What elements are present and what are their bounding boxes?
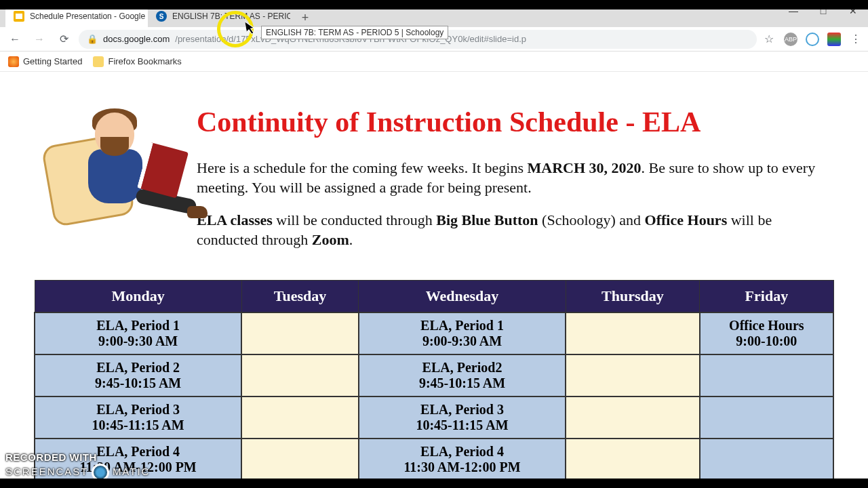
col-mon: Monday <box>35 281 241 313</box>
tab-second-title: ENGLISH 7B: TERM AS - PERIOD <box>172 12 290 21</box>
star-icon[interactable]: ☆ <box>762 33 776 46</box>
ext-icon-3[interactable] <box>827 33 841 46</box>
intro-paragraph-1: Here is a schedule for the coming few we… <box>197 159 834 197</box>
bookmark-firefox-bookmarks[interactable]: Firefox Bookmarks <box>93 56 181 67</box>
folder-icon <box>93 56 104 67</box>
teacher-avatar-illustration <box>34 92 183 228</box>
table-header-row: Monday Tuesday Wednesday Thursday Friday <box>35 281 833 313</box>
col-tue: Tuesday <box>241 281 359 313</box>
schedule-table: Monday Tuesday Wednesday Thursday Friday… <box>34 280 834 481</box>
table-row: ELA, Period 19:00-9:30 AM ELA, Period 19… <box>35 312 833 354</box>
page-title: Continuity of Instruction Schedule - ELA <box>197 106 834 138</box>
bottom-letterbox <box>0 479 868 488</box>
col-fri: Friday <box>700 281 833 313</box>
ext-icon-1[interactable]: ABP <box>784 33 797 46</box>
firefox-icon <box>8 56 19 67</box>
lock-icon: 🔒 <box>87 34 98 44</box>
table-row: ELA, Period 29:45-10:15 AM ELA, Period29… <box>35 354 833 396</box>
table-row: ELA, Period 310:45-11:15 AM ELA, Period … <box>35 396 833 439</box>
slide-content: Continuity of Instruction Schedule - ELA… <box>0 72 868 488</box>
address-right: ☆ ABP ⋮ <box>762 33 863 46</box>
ext-icon-2[interactable] <box>806 33 819 46</box>
url-host: docs.google.com <box>103 34 170 44</box>
screencast-watermark: RECORDED WITH SCREENCAST MATIC <box>5 451 150 481</box>
table-row: ELA, Period 411:30 AM-12:00 PM ELA, Peri… <box>35 439 833 481</box>
bookmark-bar: Getting Started Firefox Bookmarks <box>0 52 868 72</box>
slides-favicon <box>14 11 24 22</box>
forward-button[interactable]: → <box>30 30 49 49</box>
back-button[interactable]: ← <box>5 30 24 49</box>
top-letterbox <box>0 0 868 9</box>
col-wed: Wednesday <box>359 281 566 313</box>
intro-paragraph-2: ELA classes will be conducted through Bi… <box>197 211 834 249</box>
menu-icon[interactable]: ⋮ <box>849 33 863 46</box>
col-thu: Thursday <box>566 281 700 313</box>
bookmark-getting-started[interactable]: Getting Started <box>8 56 82 67</box>
reload-button[interactable]: ⟳ <box>54 30 73 49</box>
tab-tooltip: ENGLISH 7B: TERM AS - PERIOD 5 | Schoolo… <box>261 26 448 39</box>
schoology-favicon: S <box>156 11 167 22</box>
tab-active-title: Schedule Presentation - Google <box>30 12 145 21</box>
new-tab-button[interactable]: + <box>296 8 315 27</box>
